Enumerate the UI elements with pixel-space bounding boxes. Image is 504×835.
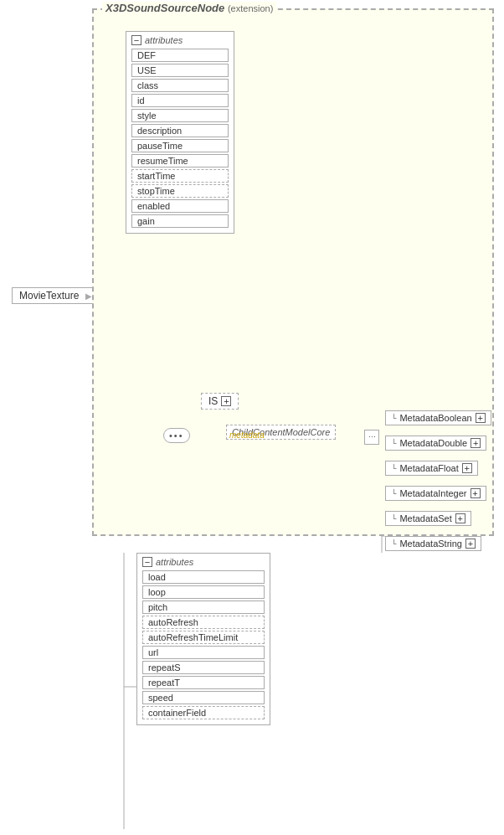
metadata-double-label: MetadataDouble [399,438,467,448]
metadata-float-label: MetadataFloat [399,463,458,473]
bottom-attr-loop: loop [142,585,265,599]
child-node-sublabel: metadata [229,430,265,440]
main-box-title: X3DSoundSourceNode (extension) [102,2,276,14]
top-attr-stopTime: stopTime [131,184,229,198]
bottom-attributes-box: − attributes load loop pitch autoRefresh… [136,553,270,725]
is-node: IS + [201,393,239,410]
diagram-container: MovieTexture ▶ X3DSoundSourceNode (exten… [0,0,504,835]
minus-icon[interactable]: − [131,35,141,45]
metadata-string-label: MetadataString [399,539,462,549]
bottom-attr-url: url [142,646,265,659]
metadata-boolean-prefix: └ [391,414,396,422]
metadata-double-node: └ MetadataDouble + [385,436,486,451]
top-attr-resumeTime: resumeTime [131,154,229,168]
top-attr-pauseTime: pauseTime [131,139,229,152]
top-attr-USE: USE [131,64,229,77]
top-attr-DEF: DEF [131,49,229,62]
connector-icon: ⋯ [368,433,376,441]
bottom-attr-pitch: pitch [142,600,265,614]
main-node-name: X3DSoundSourceNode [105,2,224,14]
metadata-integer-node: └ MetadataInteger + [385,486,486,501]
main-node-ext: (extension) [228,3,273,13]
metadata-boolean-plus: + [476,413,486,423]
metadata-set-label: MetadataSet [399,513,451,523]
top-attr-style: style [131,109,229,122]
top-attr-gain: gain [131,214,229,228]
movie-texture-label: MovieTexture [19,290,79,302]
metadata-string-plus: + [465,539,476,549]
top-attributes-box: − attributes DEF USE class id style desc… [126,31,234,234]
bottom-attr-title: − attributes [142,557,265,567]
main-extension-box: X3DSoundSourceNode (extension) − attribu… [92,8,494,536]
bottom-attr-load: load [142,570,265,584]
metadata-float-prefix: └ [391,464,396,472]
metadata-set-node: └ MetadataSet + [385,511,471,526]
movie-texture-node: MovieTexture ▶ [12,287,100,304]
child-connector-box: ⋯ [364,430,379,445]
metadata-double-plus: + [471,438,481,448]
metadata-float-node: └ MetadataFloat + [385,461,478,476]
bottom-attr-repeatT: repeatT [142,676,265,689]
metadata-integer-prefix: └ [391,489,396,497]
bottom-attr-autoRefresh: autoRefresh [142,616,265,629]
metadata-string-prefix: └ [391,539,396,548]
bottom-attr-autoRefreshTimeLimit: autoRefreshTimeLimit [142,631,265,644]
metadata-boolean-label: MetadataBoolean [399,413,471,423]
top-attr-startTime: startTime [131,169,229,183]
bottom-attr-repeatS: repeatS [142,661,265,674]
top-attr-title: − attributes [131,35,229,45]
bottom-minus-icon[interactable]: − [142,557,152,567]
is-label: IS [208,395,218,407]
bottom-attr-speed: speed [142,691,265,704]
top-attr-enabled: enabled [131,199,229,213]
top-attr-description: description [131,124,229,137]
metadata-boolean-node: └ MetadataBoolean + [385,410,491,425]
metadata-string-node: └ MetadataString + [385,536,481,551]
bottom-attr-containerField: containerField [142,706,265,719]
metadata-double-prefix: └ [391,439,396,447]
metadata-set-plus: + [455,513,465,523]
dots-label: ••• [169,430,184,441]
top-attr-id: id [131,94,229,107]
metadata-float-plus: + [462,463,472,473]
top-attr-class: class [131,79,229,92]
metadata-set-prefix: └ [391,514,396,523]
metadata-integer-plus: + [471,488,481,498]
metadata-integer-label: MetadataInteger [399,488,466,498]
is-plus-icon: + [221,396,231,406]
dots-connector: ••• [163,428,190,443]
